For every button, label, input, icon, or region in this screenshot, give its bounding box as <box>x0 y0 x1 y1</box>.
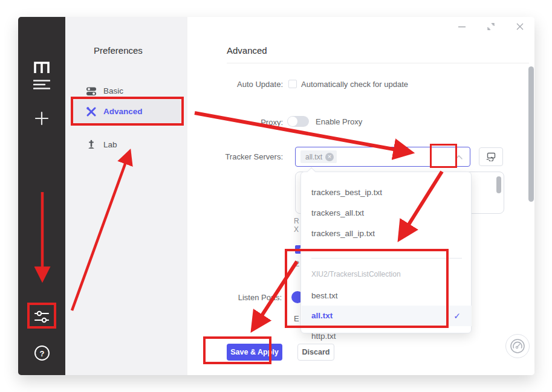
advanced-settings-page: Advanced Auto Update: Automatically chec… <box>187 17 534 375</box>
auto-update-checkbox-label: Automatically check for update <box>301 80 408 89</box>
auto-update-checkbox[interactable] <box>288 80 297 88</box>
sidebar-item-help[interactable]: ? <box>18 343 65 362</box>
save-apply-button[interactable]: Save & Apply <box>227 344 282 361</box>
listen-ports-label: Listen Ports: <box>203 293 282 302</box>
dropdown-group-label: XIU2/TrackersListCollection <box>311 270 401 278</box>
dropdown-option[interactable]: trackers_best_ip.txt <box>302 182 472 203</box>
helper-text-clipped: X <box>294 225 300 234</box>
toggles-icon <box>86 86 97 97</box>
option-label: all.txt <box>311 311 333 320</box>
proxy-toggle-label: Enable Proxy <box>316 117 362 126</box>
panel-title: Preferences <box>94 45 143 56</box>
menu-item-advanced[interactable]: Advanced <box>73 100 181 123</box>
auto-update-label: Auto Update: <box>204 80 283 89</box>
proxy-toggle[interactable] <box>287 116 309 127</box>
svg-text:?: ? <box>39 349 44 358</box>
lab-icon <box>86 140 97 150</box>
speedometer-icon <box>510 338 525 354</box>
screenshot-stage: ? Preferences Basic A <box>0 0 552 392</box>
preferences-panel: Preferences Basic Advanced <box>65 17 187 375</box>
sync-icon <box>486 152 496 161</box>
toggle-knob <box>288 117 297 126</box>
proxy-label: Proxy: <box>204 118 283 127</box>
helper-text-clipped: R <box>294 217 300 225</box>
dropdown-option[interactable]: best.txt <box>302 286 472 306</box>
minimize-icon <box>458 22 466 31</box>
menu-item-label: Lab <box>103 140 117 149</box>
dropdown-option[interactable]: trackers_all_ip.txt <box>302 223 472 244</box>
tracker-servers-select[interactable]: all.txt × <box>295 147 470 167</box>
menu-item-label: Advanced <box>103 107 143 116</box>
selected-tracker-tag: all.txt × <box>300 150 337 163</box>
dropdown-notch <box>307 167 316 176</box>
sidebar-item-add-task[interactable] <box>18 109 65 128</box>
sidebar-item-task-list[interactable] <box>18 75 65 94</box>
tools-icon <box>86 106 97 117</box>
restore-icon <box>487 22 495 31</box>
dropdown-option[interactable]: trackers_all.txt <box>302 203 472 223</box>
page-title: Advanced <box>227 45 267 56</box>
sync-trackers-button[interactable] <box>479 147 503 166</box>
minimize-button[interactable] <box>457 22 467 31</box>
speed-limit-button[interactable] <box>505 334 530 358</box>
window-scrollbar[interactable] <box>528 66 534 202</box>
chevron-up-icon[interactable] <box>455 155 463 159</box>
tag-label: all.txt <box>305 153 322 161</box>
task-list-icon <box>33 79 50 90</box>
discard-button[interactable]: Discard <box>297 344 334 361</box>
sidebar-item-preferences[interactable] <box>18 307 65 327</box>
sliders-settings-icon <box>34 310 50 324</box>
help-icon: ? <box>34 345 50 361</box>
menu-item-label: Basic <box>103 86 123 95</box>
motrix-logo-icon <box>33 60 51 76</box>
textarea-scrollbar[interactable] <box>496 176 501 193</box>
window-controls <box>457 22 525 31</box>
close-icon <box>516 22 524 31</box>
header-divider <box>227 63 529 63</box>
dropdown-divider <box>311 258 462 259</box>
check-icon: ✓ <box>453 306 461 326</box>
label-clipped: E <box>294 314 300 323</box>
tracker-dropdown: trackers_best_ip.txt trackers_all.txt tr… <box>300 172 472 333</box>
tracker-servers-label: Tracker Servers: <box>204 152 283 161</box>
restore-button[interactable] <box>486 22 496 31</box>
close-button[interactable] <box>515 22 525 31</box>
menu-item-lab[interactable]: Lab <box>73 133 181 156</box>
dropdown-option-selected[interactable]: all.txt ✓ <box>302 306 472 326</box>
tag-close-icon[interactable]: × <box>325 153 334 161</box>
app-window: ? Preferences Basic A <box>18 17 534 375</box>
plus-icon <box>34 111 49 126</box>
app-sidebar: ? <box>18 17 65 375</box>
